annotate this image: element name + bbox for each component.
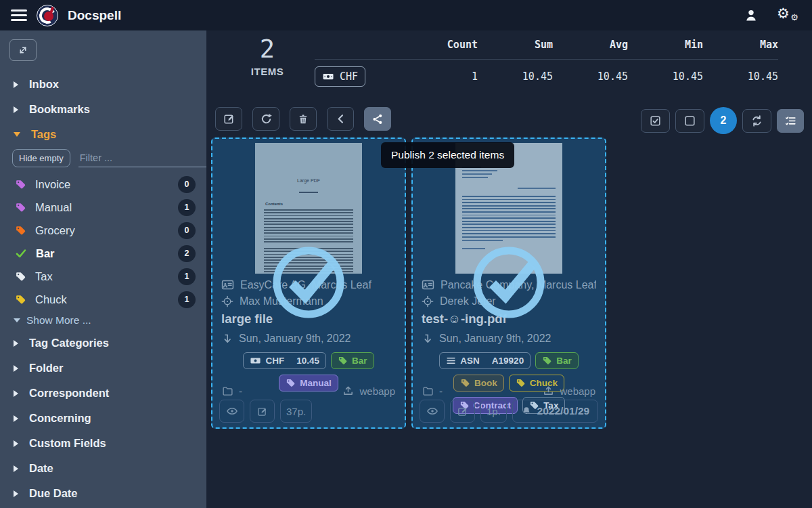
sidebar-item-folder[interactable]: Folder — [9, 356, 198, 381]
edit-item-button[interactable] — [450, 400, 475, 423]
sidebar-item-concerning[interactable]: Concerning — [9, 406, 198, 431]
deselect-all-button[interactable] — [675, 109, 704, 133]
main-content: 2 ITEMS Count Sum Avg Min Max CHF 1 — [206, 30, 812, 508]
settings-gears-icon[interactable]: ⚙⚙ — [777, 7, 797, 24]
item-date-row: Sun, January 9th, 2022 — [221, 333, 396, 345]
tag-item-chuck[interactable]: Chuck 1 — [9, 288, 198, 311]
column-header: Max — [703, 39, 778, 51]
column-header: Avg — [553, 39, 628, 51]
tag-icon — [15, 225, 26, 236]
crosshair-icon — [221, 295, 233, 308]
docspell-logo — [37, 5, 58, 26]
amount-badge: CHF 10.45 — [243, 352, 326, 369]
sidebar-item-inbox[interactable]: Inbox — [9, 72, 198, 97]
folder-value: - — [439, 385, 443, 397]
table-row: CHF 1 10.45 10.45 10.45 10.45 — [315, 66, 778, 87]
address-card-icon — [422, 278, 434, 291]
page-count-badge: 37p. — [280, 400, 312, 423]
folder-icon — [422, 385, 434, 397]
tag-item-manual[interactable]: Manual 1 — [9, 196, 198, 219]
sidebar-item-correspondent[interactable]: Correspondent — [9, 381, 198, 406]
tag-badge: Bar — [535, 352, 579, 369]
sidebar-item-custom-fields[interactable]: Custom Fields — [9, 431, 198, 456]
tag-icon — [542, 356, 552, 366]
list-view-toggle-button[interactable] — [777, 109, 804, 133]
sidebar: Inbox Bookmarks Tags Hide empty Invoice … — [0, 30, 206, 508]
show-more-link[interactable]: Show More ... — [9, 311, 198, 331]
due-date-badge: 2022/01/29 — [512, 400, 598, 423]
preview-doc-heading: Contents — [265, 202, 362, 206]
tag-filter — [78, 150, 206, 167]
caret-right-icon — [14, 465, 18, 472]
currency-stats-table: Count Sum Avg Min Max CHF 1 10.45 10.45 … — [315, 39, 778, 87]
tag-icon — [15, 202, 26, 213]
selection-count-badge: 2 — [710, 107, 737, 134]
edit-selected-button[interactable] — [215, 107, 242, 131]
tag-count-badge: 1 — [178, 199, 196, 216]
money-icon — [250, 355, 261, 366]
preview-doc-title: Large PDF — [255, 178, 362, 183]
folder-icon — [222, 385, 233, 397]
caret-right-icon — [14, 81, 18, 88]
invert-selection-button[interactable] — [742, 109, 771, 133]
edit-item-button[interactable] — [250, 400, 275, 423]
caret-right-icon — [14, 390, 18, 397]
caret-right-icon — [14, 340, 18, 347]
share-button[interactable] — [364, 107, 391, 131]
tag-count-badge: 0 — [178, 222, 196, 239]
check-icon — [15, 247, 27, 259]
item-card[interactable]: Pancake Company, Marcus Leaf Derek Jeter… — [411, 137, 606, 429]
tag-badge: Bar — [331, 352, 374, 369]
selected-check-icon — [468, 242, 549, 323]
sidebar-item-tag-categories[interactable]: Tag Categories — [9, 331, 198, 356]
hide-empty-button[interactable]: Hide empty — [12, 149, 70, 167]
caret-right-icon — [14, 106, 18, 113]
item-card[interactable]: Large PDF Contents EasyCare AG, Marcus L… — [211, 137, 406, 429]
asn-badge: ASN A19920 — [439, 352, 531, 369]
tag-item-bar[interactable]: Bar 2 — [9, 242, 198, 265]
sidebar-item-bookmarks[interactable]: Bookmarks — [9, 97, 198, 122]
delete-button[interactable] — [290, 107, 317, 131]
items-label: ITEMS — [245, 66, 290, 77]
user-icon[interactable] — [743, 7, 759, 24]
back-button[interactable] — [327, 107, 354, 131]
sidebar-item-due-date[interactable]: Due Date — [9, 481, 198, 506]
crosshair-icon — [422, 295, 434, 308]
preview-eye-button[interactable] — [219, 400, 244, 423]
select-all-button[interactable] — [641, 109, 670, 133]
tag-item-tax[interactable]: Tax 1 — [9, 265, 198, 288]
tag-item-grocery[interactable]: Grocery 0 — [9, 219, 198, 242]
tag-count-badge: 2 — [178, 245, 196, 262]
publish-tooltip: Publish 2 selected items — [381, 142, 514, 168]
folder-value: - — [239, 385, 242, 397]
address-card-icon — [221, 278, 234, 291]
tag-item-invoice[interactable]: Invoice 0 — [9, 173, 198, 196]
sidebar-item-date[interactable]: Date — [9, 456, 198, 481]
tag-count-badge: 1 — [178, 268, 196, 285]
caret-right-icon — [14, 440, 18, 447]
expand-sidebar-button[interactable] — [9, 39, 37, 61]
arrow-down-icon — [221, 333, 233, 345]
preview-eye-button[interactable] — [420, 400, 445, 423]
tag-icon — [15, 271, 26, 282]
caret-down-icon — [14, 132, 20, 137]
upload-icon — [342, 385, 354, 397]
chevron-down-icon — [14, 318, 20, 322]
caret-right-icon — [14, 490, 18, 497]
bell-icon — [521, 406, 532, 417]
app-title: Docspell — [68, 8, 121, 23]
restore-button[interactable] — [252, 107, 279, 131]
upload-icon — [543, 385, 554, 397]
selected-check-icon — [268, 242, 349, 323]
column-header: Min — [628, 39, 703, 51]
item-count: 2 — [245, 35, 290, 64]
bars-icon — [446, 356, 456, 366]
column-header: Count — [403, 39, 478, 51]
currency-badge: CHF — [315, 66, 365, 87]
tag-count-badge: 0 — [178, 176, 196, 193]
menu-icon[interactable] — [11, 7, 27, 24]
tag-filter-input[interactable] — [78, 150, 206, 165]
source-value: webapp — [359, 385, 395, 397]
sidebar-item-tags[interactable]: Tags — [9, 122, 198, 147]
tag-icon — [15, 294, 26, 305]
